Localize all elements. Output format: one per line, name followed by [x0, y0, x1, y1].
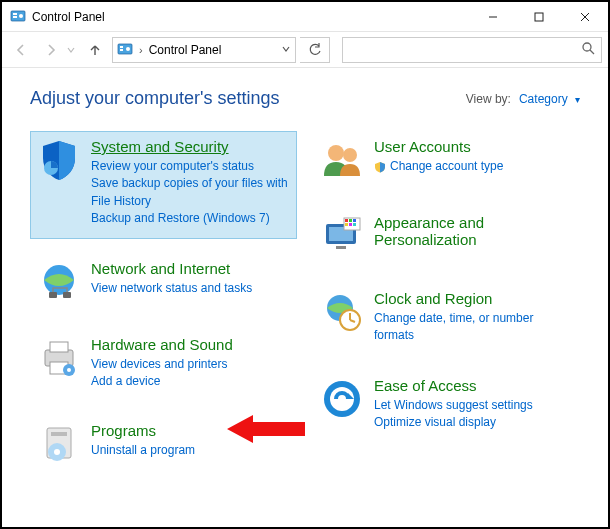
link-review-status[interactable]: Review your computer's status — [91, 158, 290, 175]
svg-rect-6 — [120, 46, 123, 48]
back-button[interactable] — [8, 37, 34, 63]
viewby-value: Category — [519, 92, 568, 106]
uac-shield-icon — [374, 161, 386, 173]
shield-icon — [37, 138, 81, 182]
categories: System and Security Review your computer… — [30, 131, 580, 477]
link-change-account-type[interactable]: Change account type — [374, 158, 573, 175]
category-hardware-and-sound[interactable]: Hardware and Sound View devices and prin… — [30, 329, 297, 402]
address-control-panel-icon — [117, 42, 133, 58]
svg-rect-1 — [13, 13, 17, 15]
category-title[interactable]: User Accounts — [374, 138, 573, 155]
recent-locations-caret[interactable] — [64, 37, 78, 63]
svg-rect-30 — [345, 219, 348, 222]
svg-point-9 — [583, 43, 591, 51]
category-user-accounts[interactable]: User Accounts Change account type — [313, 131, 580, 193]
category-appearance-and-personalization[interactable]: Appearance and Personalization — [313, 207, 580, 269]
monitor-palette-icon — [320, 214, 364, 258]
close-button[interactable] — [562, 2, 608, 32]
svg-point-21 — [54, 449, 60, 455]
link-file-history[interactable]: Save backup copies of your files with Fi… — [91, 175, 290, 210]
svg-rect-2 — [13, 16, 17, 18]
category-clock-and-region[interactable]: Clock and Region Change date, time, or n… — [313, 283, 580, 356]
category-title[interactable]: Clock and Region — [374, 290, 573, 307]
svg-rect-15 — [50, 342, 68, 352]
link-uninstall-program[interactable]: Uninstall a program — [91, 442, 290, 459]
link-devices-printers[interactable]: View devices and printers — [91, 356, 290, 373]
svg-point-18 — [67, 368, 71, 372]
link-suggest-settings[interactable]: Let Windows suggest settings — [374, 397, 573, 414]
forward-button[interactable] — [38, 37, 64, 63]
svg-rect-34 — [349, 223, 352, 226]
viewby-dropdown[interactable]: Category ▾ — [519, 92, 580, 106]
search-box[interactable] — [342, 37, 602, 63]
programs-icon — [37, 422, 81, 466]
svg-point-25 — [343, 148, 357, 162]
globe-network-icon — [37, 260, 81, 304]
categories-right-column: User Accounts Change account type — [313, 131, 580, 477]
refresh-button[interactable] — [300, 37, 330, 63]
category-ease-of-access[interactable]: Ease of Access Let Windows suggest setti… — [313, 370, 580, 443]
svg-rect-28 — [336, 246, 346, 249]
svg-rect-4 — [535, 13, 543, 21]
page-heading: Adjust your computer's settings — [30, 88, 280, 109]
heading-row: Adjust your computer's settings View by:… — [30, 88, 580, 109]
link-add-device[interactable]: Add a device — [91, 373, 290, 390]
address-dropdown-icon[interactable] — [281, 43, 291, 57]
minimize-button[interactable] — [470, 2, 516, 32]
category-title[interactable]: Network and Internet — [91, 260, 290, 277]
window-title: Control Panel — [32, 10, 105, 24]
chevron-right-icon[interactable]: › — [139, 44, 143, 56]
link-backup-restore[interactable]: Backup and Restore (Windows 7) — [91, 210, 290, 227]
svg-point-8 — [126, 47, 130, 51]
svg-rect-7 — [120, 49, 123, 51]
nav-row: › Control Panel — [2, 32, 608, 68]
link-network-status[interactable]: View network status and tasks — [91, 280, 290, 297]
categories-left-column: System and Security Review your computer… — [30, 131, 297, 477]
svg-rect-35 — [353, 223, 356, 226]
titlebar: Control Panel — [2, 2, 608, 32]
window: Control Panel — [0, 0, 610, 529]
clock-globe-icon — [320, 290, 364, 334]
svg-rect-32 — [353, 219, 356, 222]
category-programs[interactable]: Programs Uninstall a program — [30, 415, 297, 477]
viewby-label: View by: — [466, 92, 511, 106]
svg-point-3 — [19, 14, 23, 18]
category-title[interactable]: Ease of Access — [374, 377, 573, 394]
ease-of-access-icon — [320, 377, 364, 421]
printer-icon — [37, 336, 81, 380]
svg-rect-12 — [49, 292, 57, 298]
link-optimize-visual[interactable]: Optimize visual display — [374, 414, 573, 431]
svg-rect-13 — [63, 292, 71, 298]
control-panel-icon — [10, 9, 26, 25]
svg-rect-31 — [349, 219, 352, 222]
maximize-button[interactable] — [516, 2, 562, 32]
content-area: Adjust your computer's settings View by:… — [2, 68, 608, 527]
category-network-and-internet[interactable]: Network and Internet View network status… — [30, 253, 297, 315]
svg-point-24 — [328, 145, 344, 161]
category-system-and-security[interactable]: System and Security Review your computer… — [30, 131, 297, 239]
address-bar[interactable]: › Control Panel — [112, 37, 296, 63]
chevron-down-icon: ▾ — [575, 94, 580, 105]
up-button[interactable] — [82, 37, 108, 63]
link-change-date-time[interactable]: Change date, time, or number formats — [374, 310, 573, 345]
category-title[interactable]: Appearance and Personalization — [374, 214, 573, 248]
breadcrumb-control-panel[interactable]: Control Panel — [149, 43, 222, 57]
search-input[interactable] — [349, 42, 581, 58]
search-icon[interactable] — [581, 41, 595, 58]
category-title[interactable]: Programs — [91, 422, 290, 439]
people-icon — [320, 138, 364, 182]
category-title[interactable]: System and Security — [91, 138, 290, 155]
svg-rect-22 — [51, 432, 67, 436]
svg-rect-33 — [345, 223, 348, 226]
category-title[interactable]: Hardware and Sound — [91, 336, 290, 353]
